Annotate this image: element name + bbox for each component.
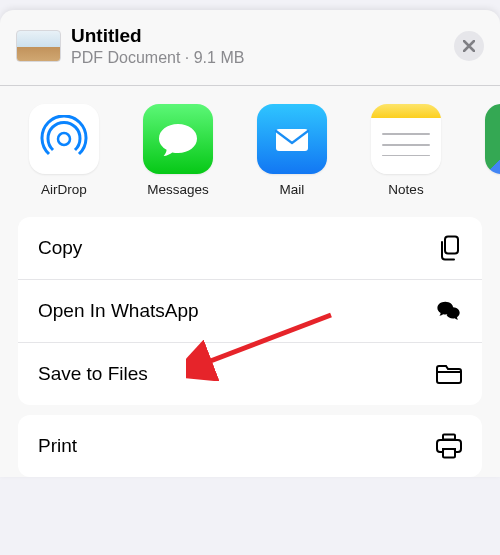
share-sheet: Untitled PDF Document · 9.1 MB AirDrop bbox=[0, 10, 500, 477]
share-header: Untitled PDF Document · 9.1 MB bbox=[0, 10, 500, 85]
app-label: AirDrop bbox=[41, 182, 87, 197]
app-label: Messages bbox=[147, 182, 209, 197]
airdrop-icon bbox=[29, 104, 99, 174]
copy-action[interactable]: Copy bbox=[18, 217, 482, 279]
next-app[interactable] bbox=[466, 104, 500, 197]
actions-group-2: Print bbox=[18, 415, 482, 477]
svg-rect-5 bbox=[443, 434, 455, 439]
action-label: Copy bbox=[38, 237, 82, 259]
mail-icon bbox=[257, 104, 327, 174]
notes-icon bbox=[371, 104, 441, 174]
svg-point-0 bbox=[58, 133, 70, 145]
messages-icon bbox=[143, 104, 213, 174]
header-text: Untitled PDF Document · 9.1 MB bbox=[71, 25, 444, 67]
open-whatsapp-action[interactable]: Open In WhatsApp bbox=[18, 279, 482, 342]
action-label: Print bbox=[38, 435, 77, 457]
svg-rect-6 bbox=[443, 449, 455, 458]
printer-icon bbox=[436, 433, 462, 459]
notes-app[interactable]: Notes bbox=[352, 104, 460, 197]
close-icon bbox=[463, 40, 475, 52]
action-label: Save to Files bbox=[38, 363, 148, 385]
app-label: Mail bbox=[280, 182, 305, 197]
folder-icon bbox=[436, 361, 462, 387]
actions-group-1: Copy Open In WhatsApp bbox=[18, 217, 482, 405]
next-app-icon bbox=[485, 104, 500, 174]
print-action[interactable]: Print bbox=[18, 415, 482, 477]
messages-app[interactable]: Messages bbox=[124, 104, 232, 197]
app-label: Notes bbox=[388, 182, 423, 197]
save-to-files-action[interactable]: Save to Files bbox=[18, 342, 482, 405]
actions-section: Copy Open In WhatsApp bbox=[0, 217, 500, 477]
document-thumbnail bbox=[16, 30, 61, 62]
action-label: Open In WhatsApp bbox=[38, 300, 199, 322]
svg-rect-1 bbox=[276, 129, 308, 151]
chat-icon bbox=[436, 298, 462, 324]
mail-app[interactable]: Mail bbox=[238, 104, 346, 197]
document-subtitle: PDF Document · 9.1 MB bbox=[71, 49, 444, 67]
share-apps-row[interactable]: AirDrop Messages Mail bbox=[0, 86, 500, 217]
close-button[interactable] bbox=[454, 31, 484, 61]
airdrop-app[interactable]: AirDrop bbox=[10, 104, 118, 197]
document-title: Untitled bbox=[71, 25, 444, 48]
svg-rect-2 bbox=[445, 236, 458, 253]
copy-icon bbox=[436, 235, 462, 261]
